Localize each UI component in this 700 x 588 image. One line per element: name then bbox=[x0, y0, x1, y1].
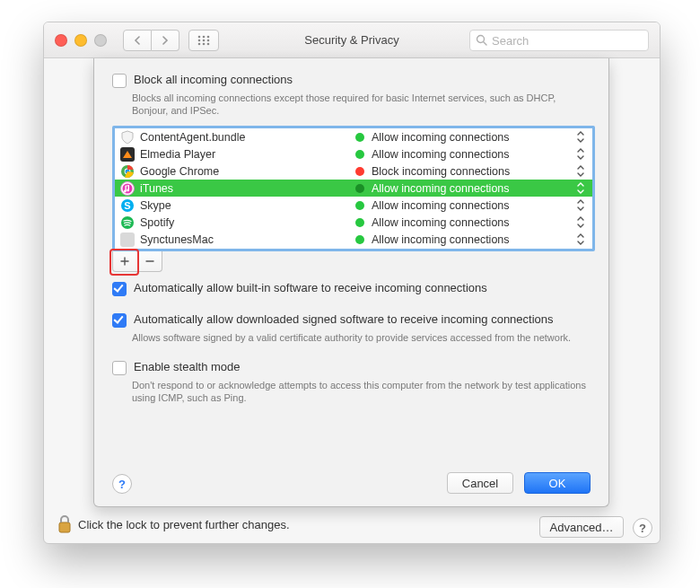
svg-rect-21 bbox=[120, 233, 135, 247]
minimize-window-button[interactable] bbox=[74, 34, 87, 47]
stepper-icon[interactable] bbox=[576, 198, 585, 212]
app-row-skype[interactable]: SSkypeAllow incoming connections bbox=[115, 197, 592, 214]
svg-point-8 bbox=[207, 42, 210, 45]
add-remove-segment bbox=[112, 251, 162, 272]
app-name: ContentAgent.bundle bbox=[140, 131, 355, 144]
auto-signed-checkbox[interactable] bbox=[112, 313, 127, 328]
search-icon bbox=[476, 34, 487, 46]
sheet-help-button[interactable]: ? bbox=[112, 474, 132, 494]
auto-signed-label: Automatically allow downloaded signed so… bbox=[134, 312, 554, 327]
status-dot-icon bbox=[355, 167, 364, 176]
svg-point-2 bbox=[207, 35, 210, 38]
svg-point-7 bbox=[203, 42, 206, 45]
zoom-window-button[interactable] bbox=[94, 34, 107, 47]
minus-icon bbox=[145, 257, 154, 266]
ok-button[interactable]: OK bbox=[524, 472, 591, 494]
app-status[interactable]: Allow incoming connections bbox=[355, 131, 510, 144]
svg-point-17 bbox=[123, 183, 133, 193]
back-button[interactable] bbox=[123, 30, 152, 51]
app-status[interactable]: Allow incoming connections bbox=[355, 148, 510, 161]
show-all-button[interactable] bbox=[188, 30, 219, 51]
status-dot-icon bbox=[355, 184, 364, 193]
advanced-button[interactable]: Advanced… bbox=[539, 516, 624, 538]
remove-app-button[interactable] bbox=[137, 251, 162, 271]
app-list[interactable]: ContentAgent.bundleAllow incoming connec… bbox=[112, 126, 595, 251]
app-status[interactable]: Allow incoming connections bbox=[355, 233, 510, 246]
help-button[interactable]: ? bbox=[633, 518, 652, 538]
app-status-text: Allow incoming connections bbox=[372, 233, 510, 246]
titlebar: Security & Privacy Search bbox=[44, 22, 660, 58]
app-status[interactable]: Allow incoming connections bbox=[355, 199, 510, 212]
auto-builtin-label: Automatically allow built-in software to… bbox=[134, 281, 487, 295]
stepper-icon[interactable] bbox=[576, 181, 585, 195]
status-dot-icon bbox=[355, 235, 364, 244]
app-icon bbox=[120, 164, 135, 179]
status-dot-icon bbox=[355, 150, 364, 159]
stealth-label: Enable stealth mode bbox=[134, 360, 241, 374]
app-icon bbox=[120, 130, 135, 145]
svg-point-4 bbox=[203, 39, 206, 41]
app-status-text: Allow incoming connections bbox=[372, 182, 510, 195]
chevron-right-icon bbox=[162, 36, 169, 45]
app-status-text: Allow incoming connections bbox=[372, 131, 510, 144]
app-row-google-chrome[interactable]: Google ChromeBlock incoming connections bbox=[115, 162, 592, 180]
stepper-icon[interactable] bbox=[576, 164, 585, 178]
block-all-label: Block all incoming connections bbox=[134, 73, 293, 87]
app-icon bbox=[120, 147, 135, 162]
stepper-icon[interactable] bbox=[576, 147, 585, 161]
nav-back-forward bbox=[123, 30, 179, 51]
app-row-spotify[interactable]: SpotifyAllow incoming connections bbox=[115, 214, 592, 231]
preferences-window: Security & Privacy Search Click the lock… bbox=[43, 22, 661, 544]
search-field[interactable]: Search bbox=[469, 30, 649, 51]
search-placeholder: Search bbox=[492, 34, 529, 48]
add-app-button[interactable] bbox=[113, 251, 137, 271]
app-status-text: Allow incoming connections bbox=[372, 199, 510, 212]
svg-point-0 bbox=[198, 35, 201, 38]
auto-builtin-checkbox[interactable] bbox=[112, 282, 127, 296]
app-icon bbox=[120, 233, 135, 247]
lock-text: Click the lock to prevent further change… bbox=[78, 518, 290, 531]
app-icon bbox=[120, 181, 135, 196]
app-row-contentagent-bundle[interactable]: ContentAgent.bundleAllow incoming connec… bbox=[115, 128, 592, 145]
svg-point-5 bbox=[207, 39, 210, 41]
svg-point-6 bbox=[198, 42, 201, 45]
app-row-itunes[interactable]: iTunesAllow incoming connections bbox=[115, 180, 592, 197]
app-icon: S bbox=[120, 198, 135, 213]
stealth-desc: Don't respond to or acknowledge attempts… bbox=[132, 379, 591, 404]
app-name: iTunes bbox=[140, 182, 355, 195]
grid-icon bbox=[197, 35, 210, 46]
forward-button[interactable] bbox=[152, 30, 179, 51]
app-status-text: Block incoming connections bbox=[372, 165, 510, 178]
app-row-synctunesmac[interactable]: SynctunesMacAllow incoming connections bbox=[115, 231, 592, 248]
app-name: Skype bbox=[140, 199, 355, 212]
block-all-checkbox[interactable] bbox=[112, 74, 127, 88]
auto-signed-desc: Allows software signed by a valid certif… bbox=[132, 331, 591, 344]
svg-point-1 bbox=[203, 35, 206, 38]
app-name: SynctunesMac bbox=[140, 233, 355, 246]
plus-icon bbox=[120, 257, 129, 266]
app-name: Spotify bbox=[140, 216, 355, 229]
app-status-text: Allow incoming connections bbox=[372, 148, 510, 161]
svg-line-10 bbox=[484, 42, 487, 46]
svg-rect-11 bbox=[59, 522, 70, 532]
status-dot-icon bbox=[355, 133, 364, 142]
cancel-button[interactable]: Cancel bbox=[447, 472, 513, 494]
app-status[interactable]: Block incoming connections bbox=[355, 165, 510, 178]
status-dot-icon bbox=[355, 201, 364, 210]
stepper-icon[interactable] bbox=[576, 130, 585, 144]
stepper-icon[interactable] bbox=[576, 233, 585, 246]
chevron-left-icon bbox=[134, 36, 141, 45]
svg-text:S: S bbox=[124, 200, 130, 211]
app-row-elmedia-player[interactable]: Elmedia PlayerAllow incoming connections bbox=[115, 145, 592, 162]
app-status[interactable]: Allow incoming connections bbox=[355, 216, 510, 229]
app-name: Elmedia Player bbox=[140, 148, 355, 161]
window-controls bbox=[55, 34, 107, 47]
app-name: Google Chrome bbox=[140, 165, 355, 178]
lock-icon[interactable] bbox=[57, 514, 73, 534]
app-status[interactable]: Allow incoming connections bbox=[355, 182, 510, 195]
close-window-button[interactable] bbox=[55, 34, 67, 47]
stepper-icon[interactable] bbox=[576, 215, 585, 229]
app-icon bbox=[120, 215, 135, 230]
block-all-desc: Blocks all incoming connections except t… bbox=[132, 92, 591, 117]
stealth-checkbox[interactable] bbox=[112, 361, 127, 375]
